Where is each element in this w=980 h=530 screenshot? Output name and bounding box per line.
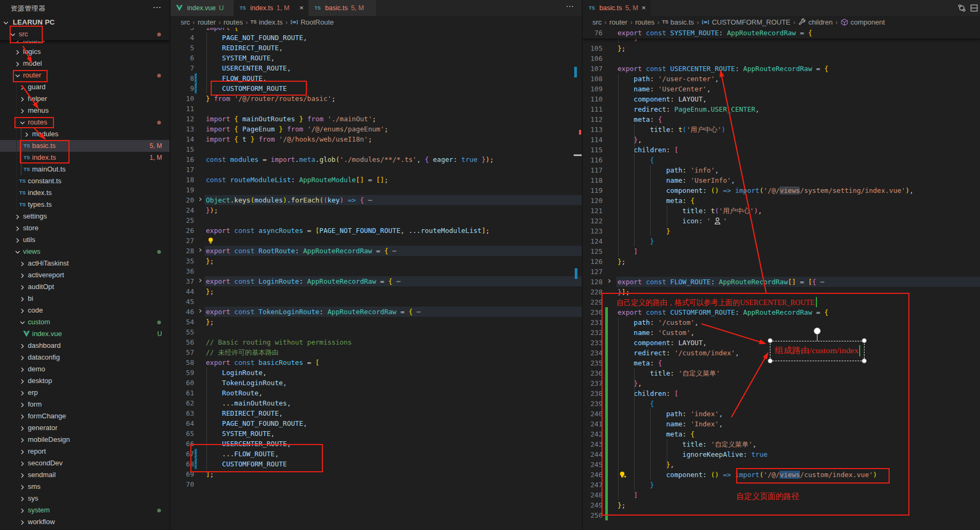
code-line-16[interactable]: 16const modules = import.meta.glob('./mo… bbox=[171, 154, 582, 165]
code-line-11[interactable]: 11 bbox=[171, 104, 582, 114]
split-editor-icon[interactable] bbox=[970, 4, 978, 12]
code-line-238[interactable]: 238 children: [ bbox=[583, 388, 980, 399]
code-line-64[interactable]: 64 PAGE_NOT_FOUND_ROUTE, bbox=[171, 418, 582, 428]
chevron-down-icon[interactable] bbox=[13, 248, 22, 256]
chevron-right-icon[interactable] bbox=[18, 389, 27, 398]
tree-folder-auditOpt[interactable]: auditOpt bbox=[0, 281, 169, 293]
chevron-right-icon[interactable] bbox=[18, 424, 27, 433]
code-line-7[interactable]: 7 USERCENTER_ROUTE, bbox=[171, 63, 582, 73]
breadcrumb-item-src[interactable]: src bbox=[592, 18, 601, 26]
explorer-more-actions-icon[interactable]: ⋯ bbox=[151, 1, 164, 14]
code-line-115[interactable]: 115 children: [ bbox=[583, 145, 980, 155]
tree-folder-helper[interactable]: helper bbox=[0, 93, 169, 105]
code-line-231[interactable]: 231 path: '/custom', bbox=[583, 317, 980, 328]
chevron-right-icon[interactable] bbox=[18, 95, 27, 104]
code-line-230[interactable]: 230export const CUSTOMFORM_ROUTE: AppRou… bbox=[583, 307, 980, 317]
chevron-right-icon[interactable] bbox=[18, 483, 27, 492]
code-line-67[interactable]: 67 ...FLOW_ROUTE, bbox=[171, 449, 582, 459]
code-line-59[interactable]: 59 LoginRoute, bbox=[171, 368, 582, 378]
code-line-111[interactable]: 111 redirect: PageEnum.USER_CENTER, bbox=[583, 104, 980, 114]
code-line-8[interactable]: 8 FLOW_ROUTE, bbox=[171, 73, 582, 83]
breadcrumb-item-RootRoute[interactable]: RootRoute bbox=[290, 18, 334, 26]
tree-folder-formChange[interactable]: formChange bbox=[0, 410, 169, 422]
code-area-left[interactable]: 3import {4 PAGE_NOT_FOUND_ROUTE,5 REDIRE… bbox=[171, 28, 582, 530]
breadcrumb-item-index.ts[interactable]: TSindex.ts bbox=[250, 18, 282, 26]
tree-file-index.vue[interactable]: index.vueU bbox=[0, 328, 169, 340]
breadcrumb-item-src[interactable]: src bbox=[181, 18, 190, 26]
tree-folder-utils[interactable]: utils bbox=[0, 234, 169, 246]
code-line-9[interactable]: 9 CUSTOMFORM_ROUTE bbox=[171, 83, 582, 93]
breadcrumb-item-routes[interactable]: routes bbox=[223, 18, 243, 26]
code-line-69[interactable]: 69]; bbox=[171, 469, 582, 479]
tree-folder-report[interactable]: report bbox=[0, 446, 169, 457]
tree-folder-modules[interactable]: modules bbox=[0, 128, 169, 140]
code-line-125[interactable]: 125 ] bbox=[583, 246, 980, 256]
code-line-109[interactable]: 109 name: 'UserCenter', bbox=[583, 84, 980, 94]
tree-folder-generator[interactable]: generator bbox=[0, 422, 169, 434]
tree-file-types.ts[interactable]: TStypes.ts bbox=[0, 199, 169, 211]
tree-folder-src[interactable]: src bbox=[0, 28, 169, 40]
code-line-248[interactable]: 248 ] bbox=[583, 490, 980, 500]
code-line-4[interactable]: 4 PAGE_NOT_FOUND_ROUTE, bbox=[171, 33, 582, 43]
tree-folder-routes[interactable]: routes bbox=[0, 116, 169, 128]
chevron-right-icon[interactable] bbox=[18, 283, 27, 292]
code-line-236[interactable]: 236 title: '自定义菜单' bbox=[583, 368, 980, 378]
breadcrumb-item-router[interactable]: router bbox=[198, 18, 216, 26]
code-line-25[interactable]: 25 bbox=[171, 215, 582, 225]
code-line-234[interactable]: 234 redirect: '/custom/index', bbox=[583, 348, 980, 358]
code-line-118[interactable]: 118 name: 'UserInfo', bbox=[583, 175, 980, 185]
code-line-250[interactable]: 250 bbox=[583, 510, 980, 520]
chevron-right-icon[interactable] bbox=[18, 412, 27, 421]
tree-folder-sendmail[interactable]: sendmail bbox=[0, 469, 169, 481]
code-line-122[interactable]: 122 icon: ' ' bbox=[583, 216, 980, 226]
code-line-110[interactable]: 110 component: LAYOUT, bbox=[583, 94, 980, 104]
code-line-123[interactable]: 123 } bbox=[583, 226, 980, 236]
code-line-65[interactable]: 65 SYSTEM_ROUTE, bbox=[171, 428, 582, 439]
code-line-244[interactable]: 244 ignoreKeepAlive: true bbox=[583, 449, 980, 459]
editor-more-actions-icon[interactable]: ⋯ bbox=[566, 2, 574, 11]
code-line-37[interactable]: 37export const LoginRoute: AppRouteRecor… bbox=[171, 276, 582, 286]
tree-folder-demo[interactable]: demo bbox=[0, 363, 169, 375]
code-line-107[interactable]: 107export const USERCENTER_ROUTE: AppRou… bbox=[583, 64, 980, 74]
tree-file-index.ts[interactable]: TSindex.ts1, M bbox=[0, 152, 169, 163]
tree-folder-system[interactable]: system bbox=[0, 504, 169, 516]
code-line-20[interactable]: 20Object.keys(modules).forEach((key) => … bbox=[171, 195, 582, 205]
code-line-120[interactable]: 120 meta: { bbox=[583, 196, 980, 206]
code-line-68[interactable]: 68 CUSTOMFORM_ROUTE bbox=[171, 459, 582, 469]
code-line-241[interactable]: 241 name: 'Index', bbox=[583, 419, 980, 429]
tree-folder-code[interactable]: code bbox=[0, 305, 169, 316]
breadcrumb-item-children[interactable]: children bbox=[798, 18, 833, 26]
code-line-5[interactable]: 5 REDIRECT_ROUTE, bbox=[171, 43, 582, 53]
chevron-right-icon[interactable] bbox=[13, 48, 22, 57]
breadcrumb-item-basic.ts[interactable]: TSbasic.ts bbox=[662, 18, 694, 26]
fold-chevron-icon[interactable] bbox=[198, 308, 204, 315]
chevron-right-icon[interactable] bbox=[18, 471, 27, 480]
open-changes-icon[interactable] bbox=[958, 4, 966, 12]
code-line-58[interactable]: 58export const basicRoutes = [ bbox=[171, 357, 582, 368]
chevron-right-icon[interactable] bbox=[18, 271, 27, 280]
fold-chevron-icon[interactable] bbox=[198, 278, 204, 284]
tree-folder-custom[interactable]: custom bbox=[0, 316, 169, 328]
chevron-right-icon[interactable] bbox=[18, 107, 27, 115]
tree-folder-menus[interactable]: menus bbox=[0, 105, 169, 116]
tree-folder-guard[interactable]: guard bbox=[0, 81, 169, 93]
tree-file-constant.ts[interactable]: TSconstant.ts bbox=[0, 175, 169, 187]
tree-folder-workflow[interactable]: workflow bbox=[0, 516, 169, 528]
tree-folder-activereport[interactable]: activereport bbox=[0, 269, 169, 281]
code-line-233[interactable]: 233 component: LAYOUT, bbox=[583, 338, 980, 348]
tree-folder-sms[interactable]: sms bbox=[0, 481, 169, 493]
tree-folder-dataconfig[interactable]: dataconfig bbox=[0, 352, 169, 363]
breadcrumb-item-component[interactable]: component bbox=[840, 18, 885, 26]
tree-file-basic.ts[interactable]: TSbasic.ts5, M bbox=[0, 140, 169, 152]
code-line-116[interactable]: 116 { bbox=[583, 155, 980, 165]
code-line-70[interactable]: 70 bbox=[171, 479, 582, 489]
code-line-229[interactable]: 229 bbox=[583, 297, 980, 307]
tree-folder-bi[interactable]: bi bbox=[0, 293, 169, 305]
code-line-14[interactable]: 14import { t } from '/@/hooks/web/useI18… bbox=[171, 134, 582, 144]
tree-folder-LEARUN PC[interactable]: LEARUN PC bbox=[0, 17, 169, 28]
code-line-235[interactable]: 235 meta: { bbox=[583, 358, 980, 368]
chevron-right-icon[interactable] bbox=[18, 342, 27, 350]
tree-folder-form[interactable]: form bbox=[0, 399, 169, 410]
fold-chevron-icon[interactable] bbox=[198, 247, 204, 254]
code-line-105[interactable]: 105}; bbox=[583, 43, 980, 53]
